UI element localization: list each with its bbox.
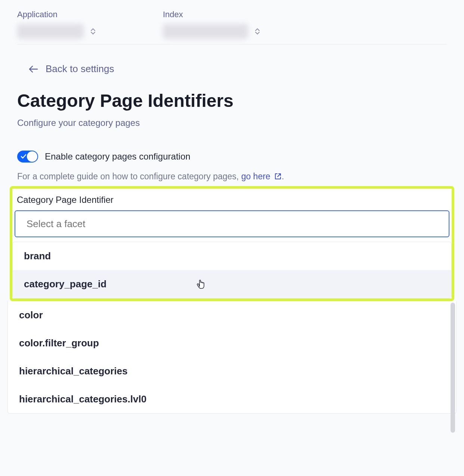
application-value-blurred: [17, 24, 84, 39]
arrow-left-icon: [28, 65, 38, 73]
option-color-filter-group[interactable]: color.filter_group: [8, 329, 456, 357]
help-text-prefix: For a complete guide on how to configure…: [17, 171, 241, 181]
help-text-period: .: [282, 171, 284, 181]
chevron-down-icon: [255, 31, 260, 35]
index-label: Index: [163, 10, 260, 19]
option-category-page-id[interactable]: category_page_id: [13, 270, 451, 298]
chevron-down-icon: [90, 31, 96, 35]
help-text: For a complete guide on how to configure…: [17, 171, 447, 182]
check-icon: [21, 154, 27, 160]
help-link[interactable]: go here: [241, 171, 282, 181]
chevron-up-icon: [255, 28, 260, 31]
index-value-blurred: [163, 24, 248, 39]
option-brand[interactable]: brand: [13, 242, 451, 270]
facet-dropdown: brand category_page_id: [12, 242, 452, 299]
toggle-knob: [27, 151, 37, 162]
application-selector[interactable]: Application: [17, 10, 96, 39]
top-selectors: Application Index: [17, 10, 447, 39]
application-label: Application: [17, 10, 96, 19]
help-link-label: go here: [241, 171, 270, 181]
index-stepper[interactable]: [255, 28, 260, 35]
section-label: Category Page Identifier: [17, 189, 449, 210]
toggle-label: Enable category pages configuration: [45, 151, 191, 162]
pointer-cursor-icon: [196, 277, 206, 290]
page-subtitle: Configure your category pages: [17, 118, 447, 128]
option-hierarchical-categories-lvl0[interactable]: hierarchical_categories.lvl0: [8, 385, 456, 413]
external-link-icon: [274, 173, 282, 180]
facet-dropdown-continued: color color.filter_group hierarchical_ca…: [7, 301, 457, 414]
back-to-settings-link[interactable]: Back to settings: [28, 63, 447, 75]
chevron-up-icon: [90, 28, 96, 31]
highlighted-region: Category Page Identifier brand category_…: [10, 186, 454, 301]
enable-toggle-row: Enable category pages configuration: [17, 151, 447, 163]
option-label: category_page_id: [24, 278, 106, 290]
option-color[interactable]: color: [8, 301, 456, 329]
facet-select-input[interactable]: [15, 210, 449, 237]
page-title: Category Page Identifiers: [17, 90, 447, 111]
scrollbar[interactable]: [451, 303, 455, 433]
enable-toggle[interactable]: [17, 151, 38, 163]
back-link-label: Back to settings: [46, 63, 114, 75]
application-stepper[interactable]: [90, 28, 96, 35]
option-hierarchical-categories[interactable]: hierarchical_categories: [8, 357, 456, 385]
index-selector[interactable]: Index: [163, 10, 260, 39]
divider: [17, 44, 447, 44]
